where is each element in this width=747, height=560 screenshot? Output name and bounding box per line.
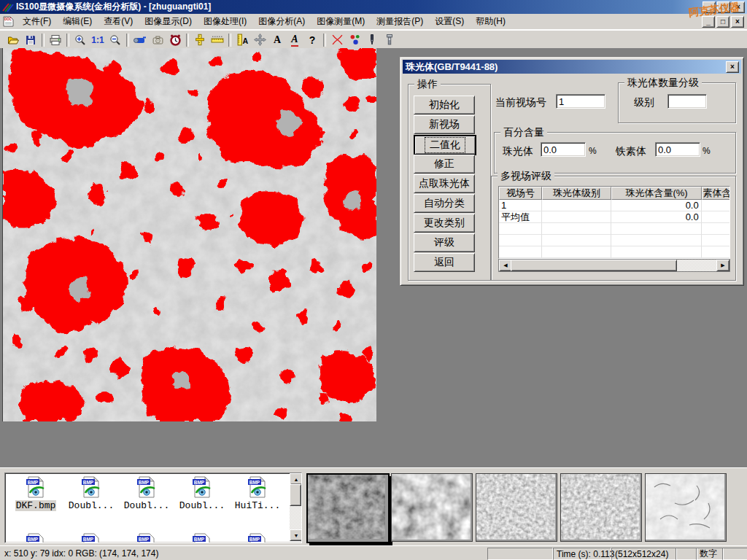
scroll-up-button[interactable]: ▲ [290,473,302,485]
pearlite-input[interactable] [541,142,586,157]
file-item-doubl1[interactable]: BMP Doubl... [65,476,117,511]
change-class-button[interactable]: 更改类别 [414,214,475,233]
scroll-right-button[interactable]: ▶ [716,260,729,271]
auto-classify-button[interactable]: 自动分类 [414,194,475,213]
ruler-button[interactable] [209,32,226,48]
measure-label-button[interactable]: A [233,32,251,48]
table-row[interactable]: 1 0.0 [499,200,730,211]
flashlight-button[interactable] [381,32,398,48]
document-icon[interactable]: DOC [3,16,14,27]
grade-input[interactable] [667,94,707,109]
new-field-button[interactable]: 新视场 [414,115,475,134]
file-name[interactable]: Doubl... [179,500,225,511]
pen-button[interactable] [363,32,381,48]
print-button[interactable] [47,32,64,48]
ferrite-input[interactable] [655,142,700,157]
specimen-image[interactable] [2,48,376,421]
col-field-no[interactable]: 视场号 [499,187,542,200]
col-pearlite-grade[interactable]: 珠光体级别 [542,187,611,200]
file-item-huiti[interactable]: BMP HuiTi... [231,476,284,511]
menu-image-display[interactable]: 图像显示(D) [139,14,198,29]
mdi-restore-button[interactable]: □ [716,16,729,28]
scroll-down-button[interactable]: ▼ [290,529,302,541]
toolbar-separator [66,34,69,47]
zoom-out-button[interactable] [107,32,124,48]
percent-group-label: 百分含量 [500,126,547,139]
thumbnail-3[interactable] [476,473,557,542]
file-name[interactable]: Doubl... [123,500,170,511]
file-vscrollbar[interactable]: ▲ ▼ [290,473,301,541]
menu-settings[interactable]: 设置(S) [429,14,470,29]
bmp-file-icon: BMP [192,533,212,543]
file-item-doubl3[interactable]: BMP Doubl... [176,476,228,511]
phase-dots-icon [349,34,361,46]
toolbar-separator [42,34,44,47]
thumbnail-2[interactable] [391,473,473,542]
initialize-button[interactable]: 初始化 [414,96,475,114]
help-button[interactable]: ? [303,32,321,48]
dialog-title-bar[interactable]: 珠光体(GB/T9441-88) [403,60,741,74]
file-name[interactable]: Doubl... [68,500,115,511]
text-button[interactable]: A [268,32,286,48]
caliper-button[interactable] [191,32,209,48]
thumbnail-1-selected[interactable] [306,473,390,543]
toolbar-separator [228,34,231,47]
file-browser[interactable]: BMP DKF.bmp BMP Doubl... BMP Doubl... BM… [4,472,302,543]
vscroll-thumb[interactable] [290,484,301,506]
multi-field-table[interactable]: 视场号 珠光体级别 珠光体含量(%) 铁素体含量(%) 1 0.0 平均值 0.… [498,186,730,259]
menu-view[interactable]: 查看(V) [98,14,139,29]
toolbar-separator [126,34,129,47]
table-row[interactable]: 平均值 0.0 [499,211,730,223]
save-button[interactable] [22,32,39,48]
title-bar: IS100显微摄像系统(金相分析版) - [zhuguangti01] _ □ … [0,0,747,14]
status-time: Time (s): 0.113 [553,548,611,560]
file-item-dkf[interactable]: BMP DKF.bmp [9,476,62,511]
actual-size-button[interactable]: 1:1 [89,32,107,48]
menu-image-analysis[interactable]: 图像分析(A) [252,14,311,29]
styled-text-button[interactable]: A [286,32,303,48]
file-item-row2[interactable]: BMP [120,533,173,543]
table-hscrollbar[interactable]: ◀ ▶ [498,259,730,272]
page-root: { "app": { "title": "IS100显微摄像系统(金相分析版) … [0,0,747,560]
pick-pearlite-button[interactable]: 点取珠光体 [414,174,475,193]
thumbnail-4[interactable] [560,473,642,542]
current-field-label: 当前视场号 [495,96,546,109]
correct-button[interactable]: 修正 [414,155,475,174]
multi-field-group-label: 多视场评级 [498,170,554,183]
col-pearlite-content[interactable]: 珠光体含量(%) [611,187,702,200]
file-item-row2[interactable]: BMP [9,533,62,543]
file-item-row2[interactable]: BMP [231,533,284,543]
video-camera-button[interactable] [131,32,149,48]
zoom-in-button[interactable] [71,32,89,48]
file-item-row2[interactable]: BMP [65,533,117,543]
cell-field-no: 平均值 [499,211,542,223]
file-name[interactable]: DKF.bmp [15,500,57,511]
grade-group-label: 珠光体数量分级 [624,77,702,90]
thumbnail-5[interactable] [645,473,727,542]
hscroll-thumb[interactable] [511,260,677,271]
curve-measure-button[interactable] [328,32,346,48]
binarize-button[interactable]: 二值化 [414,135,476,155]
open-button[interactable] [4,32,22,48]
file-item-row2[interactable]: BMP [176,533,228,543]
file-name[interactable]: HuiTi... [234,500,281,511]
rate-button[interactable]: 评级 [414,233,475,252]
menu-file[interactable]: 文件(F) [17,14,57,29]
menu-image-process[interactable]: 图像处理(I) [198,14,252,29]
cell-content: 0.0 [611,211,702,223]
dialog-close-button[interactable]: × [726,61,739,73]
current-field-input[interactable] [556,94,605,109]
timer-button[interactable] [166,32,184,48]
mdi-close-button[interactable]: × [731,16,744,28]
capture-camera-button[interactable] [149,32,166,48]
menu-help[interactable]: 帮助(H) [470,14,511,29]
file-item-doubl2[interactable]: BMP Doubl... [120,476,173,511]
menu-report[interactable]: 测量报告(P) [371,14,429,29]
phase-dots-button[interactable] [346,32,363,48]
cell-ferrite [702,200,730,211]
return-button[interactable]: 返回 [414,253,475,272]
col-ferrite-content[interactable]: 铁素体含量(%) [702,187,730,200]
move-cross-button[interactable] [251,32,268,48]
menu-image-measure[interactable]: 图像测量(M) [311,14,371,29]
menu-edit[interactable]: 编辑(E) [57,14,98,29]
